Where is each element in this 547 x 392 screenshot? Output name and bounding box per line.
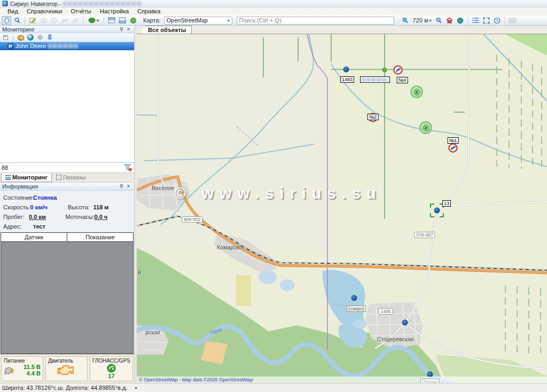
menu-nastroyka[interactable]: Настройка [96,7,133,15]
find-vehicle-button[interactable] [17,34,25,41]
zoom-scale-select[interactable]: 720 м ▾ [411,17,433,25]
filter-button[interactable] [124,164,132,171]
power-voltage-main: 11.5 В [17,364,41,370]
hand-icon [3,17,10,24]
tab-monitoring[interactable]: Мониторинг [1,173,52,182]
toolbar-separator [13,34,13,41]
speed-value: 0 км/ч [30,204,68,210]
fit-selection-button[interactable] [482,16,491,25]
toolbar-separator [468,17,468,24]
toolbar-separator [25,17,25,24]
selection-icon [483,17,490,24]
keyboard-icon [509,18,517,23]
titlebar: Сириус Навигатор - [0,0,547,7]
history-button[interactable] [493,16,502,25]
vehicle-tree-item[interactable]: P John Deere [0,42,134,50]
map-attribution: © OpenStreetMap - Map data ©2025 OpenStr… [137,377,547,383]
sensors-table: Датчик Показание [1,232,134,355]
address-label: Адрес: [3,223,33,230]
altitude-value: 118 м [93,204,131,210]
vehicle-marker[interactable] [343,67,349,73]
menu-vid[interactable]: Вид [3,7,22,15]
home-icon [446,17,453,23]
pin-icon[interactable]: ⚲ [118,183,125,190]
menu-otchety[interactable]: Отчёты [67,7,96,15]
info-panel-header: Информация ⚲ × [0,183,134,191]
panel-bottom-icon [119,17,126,23]
geozone-color-button[interactable]: ▾ [86,16,101,25]
map-area: Все объекты [137,26,547,383]
sensor-column-header[interactable]: Датчик [1,233,67,241]
power-voltage-backup: 4.4 В [17,370,41,377]
dropdown-caret-icon: ▾ [227,18,229,23]
mileage-value[interactable]: 0.0 км [29,214,66,220]
gear-icon: ⚙ [37,34,43,41]
cluster-marker[interactable]: 2 [419,121,432,134]
gps-gauge-label: ГЛОНАСС/GPS [92,358,130,364]
value-column-header[interactable]: Показание [67,233,133,241]
menu-spravochniki[interactable]: Справочники [22,7,67,15]
zoom-in-button[interactable] [401,16,410,25]
vehicle-marker[interactable] [351,295,357,301]
globe-icon [457,17,464,24]
no-entry-marker[interactable] [449,144,458,153]
app-icon [2,1,8,6]
show-on-map-button[interactable] [27,34,34,41]
dropdown-caret-icon: ▾ [97,18,99,23]
info-panel-title: Информация [2,183,38,190]
map-provider-select[interactable]: OpenStreetMap ▾ [164,17,232,25]
settings-button[interactable]: ⚙ [36,34,44,41]
close-icon[interactable]: × [125,26,132,33]
globe-3d-button[interactable] [128,16,138,25]
tab-all-objects[interactable]: Все объекты [140,26,192,34]
vehicle-marker[interactable] [434,208,440,214]
draw-route-button[interactable] [71,16,80,25]
tab-geozones[interactable]: Геозоны [52,173,90,182]
zoom-out-button[interactable] [434,16,444,25]
magnifier-button[interactable] [12,16,22,25]
draw-polygon-button[interactable] [38,16,48,25]
search-input[interactable] [237,17,394,25]
keyboard-button[interactable] [508,16,518,25]
tree-filter-input[interactable] [2,164,124,171]
pin-icon[interactable]: ⚲ [118,26,125,33]
edit-icon [29,17,36,24]
sensors-table-header: Датчик Показание [1,233,133,242]
edit-geozone-button[interactable] [28,16,37,25]
close-icon[interactable]: × [125,183,132,190]
panel-layout-top-button[interactable] [107,16,116,25]
vehicle-marker[interactable] [402,320,408,326]
pan-tool-button[interactable] [2,16,11,25]
objects-list-button[interactable] [471,16,481,25]
magnifier-icon [14,17,21,24]
toolbar-separator [505,17,505,24]
map-provider-value: OpenStreetMap [167,17,208,23]
redacted-text [63,2,142,6]
track-button[interactable]: ᘔ [46,34,53,41]
map-tab-bar: Все объекты [137,26,547,34]
gauges-panel: Питание 11.5 В 4.4 В Двигатель ГЛОНАСС/G… [0,354,134,383]
home-button[interactable] [445,16,455,25]
cluster-marker[interactable]: 2 [410,85,423,98]
hours-value[interactable]: 0.0 ч [94,214,131,220]
state-label: Состояние: [3,194,33,201]
menu-spravka[interactable]: Справка [133,7,165,15]
polyline-icon [61,17,68,24]
no-entry-marker[interactable] [394,66,403,75]
parking-status-icon: P [7,43,13,49]
menubar: Вид Справочники Отчёты Настройка Справка [0,7,547,15]
no-entry-marker[interactable] [369,113,378,122]
window-title: Сириус Навигатор - [10,1,61,7]
monitoring-panel-title: Мониторинг [2,26,35,33]
draw-circle-button[interactable] [49,16,59,25]
route-nodes-icon [72,17,79,24]
map-canvas[interactable]: 221493№4№2№113(Терек)ВесёлоеКомаровоСтод… [137,34,547,383]
panel-layout-bottom-button[interactable] [118,16,127,25]
dropdown-caret-icon[interactable]: ▾ [135,386,137,390]
panel-top-icon [108,17,115,23]
vehicle-marker[interactable] [382,68,387,73]
draw-polyline-button[interactable] [60,16,69,25]
expand-all-button[interactable] [2,34,9,41]
map-base-layer [137,34,547,383]
globe-button[interactable] [456,16,465,25]
